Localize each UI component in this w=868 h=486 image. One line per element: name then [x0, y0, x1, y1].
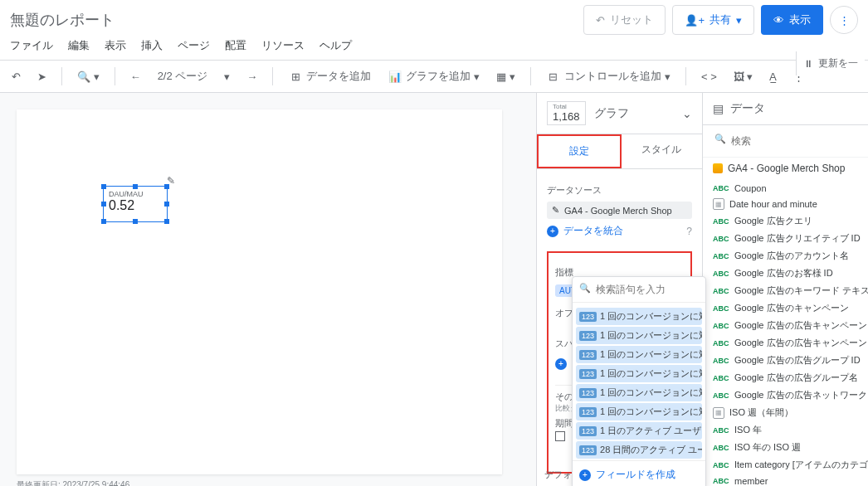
data-source-chip[interactable]: ✎GA4 - Google Merch Shop — [547, 202, 692, 219]
field-row[interactable]: ABCISO 年の ISO 週 — [703, 439, 868, 456]
text-button[interactable]: A̲ — [764, 67, 782, 86]
data-add-icon: ⊞ — [288, 69, 303, 84]
abc-badge: ABC — [713, 357, 729, 365]
page-indicator[interactable]: 2/2 ページ — [153, 66, 213, 87]
tab-settings[interactable]: 設定 — [537, 134, 622, 168]
menu-view[interactable]: 表示 — [105, 38, 126, 53]
field-row[interactable]: ABCmember — [703, 474, 868, 486]
field-row[interactable]: ABCGoogle 広告の広告ネットワーク タイ... — [703, 386, 868, 404]
abc-badge: ABC — [713, 235, 729, 243]
menu-edit[interactable]: 編集 — [68, 38, 90, 53]
help-icon[interactable]: ? — [686, 226, 692, 237]
analytics-icon — [713, 163, 723, 173]
type-badge-123: 123 — [579, 445, 597, 455]
field-row[interactable]: ABCGoogle 広告の広告キャンペーン タイプ — [703, 334, 868, 352]
chevron-down-icon: ▾ — [736, 14, 742, 27]
abc-badge: ABC — [713, 426, 729, 435]
plus-icon: + — [579, 469, 591, 481]
type-badge-123: 123 — [579, 369, 597, 379]
field-row[interactable]: ▦ISO 週（年間） — [703, 404, 868, 421]
pointer-button[interactable]: ➤ — [32, 67, 51, 86]
menu-file[interactable]: ファイル — [10, 38, 53, 53]
field-row[interactable]: ABCGoogle 広告クリエイティブ ID — [703, 230, 868, 247]
prev-page-button[interactable]: ← — [125, 67, 146, 86]
plus-icon: + — [547, 226, 558, 237]
add-control-button[interactable]: ⊟コントロールを追加 ▾ — [541, 66, 675, 87]
pause-icon: ⏸ — [803, 58, 813, 70]
metric-option[interactable]: 1231 回のコンバージョンに対... — [576, 346, 702, 363]
scorecard-selected[interactable]: ✎ DAU/MAU 0.52 — [103, 186, 168, 222]
abc-badge: ABC — [713, 391, 729, 400]
field-row[interactable]: ▦Date hour and minute — [703, 196, 868, 212]
field-row[interactable]: ABCGoogle 広告のキーワード テキスト — [703, 282, 868, 299]
type-badge-123: 123 — [579, 426, 597, 436]
pause-updates-button[interactable]: ⏸更新を一 — [796, 51, 865, 75]
total-count: Total 1,168 — [547, 101, 586, 125]
type-badge-123: 123 — [579, 312, 597, 322]
add-data-button[interactable]: ⊞データを追加 — [283, 66, 376, 87]
field-row[interactable]: ABCGoogle 広告の広告グループ ID — [703, 352, 868, 369]
field-row[interactable]: ABCGoogle 広告のキャンペーン — [703, 299, 868, 317]
type-badge-123: 123 — [579, 388, 597, 398]
menu-help[interactable]: ヘルプ — [319, 38, 352, 53]
community-viz-button[interactable]: ▦ ▾ — [491, 67, 520, 86]
data-source-row[interactable]: GA4 - Google Merch Shop — [703, 158, 868, 179]
menu-resource[interactable]: リソース — [261, 38, 305, 53]
type-badge-123: 123 — [579, 350, 597, 360]
image-button[interactable]: 🖼 ▾ — [729, 67, 758, 86]
abc-badge: ABC — [713, 304, 729, 313]
more-button[interactable]: ⋮ — [830, 6, 858, 34]
metric-option[interactable]: 1231 日のアクティブ ユーザー — [576, 422, 702, 440]
control-icon: ⊟ — [546, 69, 561, 84]
abc-badge: ABC — [713, 374, 729, 382]
field-row[interactable]: ABCGoogle 広告の広告キャンペーン ID — [703, 317, 868, 334]
view-button[interactable]: 👁表示 — [761, 5, 823, 35]
reset-button[interactable]: ↶リセット — [583, 5, 666, 35]
menu-page[interactable]: ページ — [178, 38, 210, 53]
zoom-button[interactable]: 🔍 ▾ — [72, 67, 105, 86]
next-page-button[interactable]: → — [241, 67, 262, 86]
undo-button[interactable]: ↶ — [7, 67, 26, 86]
data-source-label: データソース — [547, 184, 692, 197]
abc-badge: ABC — [713, 444, 729, 452]
add-chart-button[interactable]: 📊グラフを追加 ▾ — [383, 66, 485, 87]
field-row[interactable]: ABCISO 年 — [703, 421, 868, 439]
metric-option[interactable]: 1231 回のコンバージョンに対... — [576, 308, 702, 325]
metric-option[interactable]: 1231 回のコンバージョンに対... — [576, 384, 702, 401]
checkbox[interactable] — [555, 431, 565, 441]
field-row[interactable]: ABCGoogle 広告のお客様 ID — [703, 265, 868, 282]
share-button[interactable]: 👤+共有▾ — [672, 5, 754, 35]
abc-badge: ABC — [713, 287, 729, 295]
data-panel: ▤データ GA4 - Google Merch Shop ABCCoupon▦D… — [702, 93, 868, 486]
metric-option[interactable]: 1231 回のコンバージョンに対... — [576, 403, 702, 420]
canvas[interactable]: ✎ DAU/MAU 0.52 最終更新日: 2023/7/25 9:44:46 — [0, 93, 536, 486]
field-search-input[interactable] — [713, 132, 858, 150]
metric-option[interactable]: 12328 日間のアクティブ ユー... — [576, 441, 702, 459]
field-row[interactable]: ABCGoogle 広告クエリ — [703, 212, 868, 230]
blend-data-button[interactable]: +データを統合? — [547, 219, 692, 243]
field-row[interactable]: ABCCoupon — [703, 181, 868, 196]
metric-option[interactable]: 1231 回のコンバージョンに対... — [576, 365, 702, 382]
eye-icon: 👁 — [773, 14, 784, 27]
properties-panel: Total 1,168 グラフ⌄ 設定 スタイル データソース ✎GA4 - G… — [536, 93, 702, 486]
metric-search-input[interactable] — [573, 277, 705, 302]
menu-insert[interactable]: 挿入 — [141, 38, 163, 53]
abc-badge: ABC — [713, 184, 729, 192]
chart-type-dropdown[interactable]: グラフ⌄ — [594, 106, 692, 121]
plus-icon[interactable]: + — [555, 358, 567, 370]
scorecard-value: 0.52 — [109, 198, 162, 213]
report-title[interactable]: 無題のレポート — [10, 10, 583, 30]
abc-badge: ABC — [713, 322, 729, 330]
menu-arrange[interactable]: 配置 — [225, 38, 246, 53]
toolbar: ↶ ➤ 🔍 ▾ ← 2/2 ページ ▾ → ⊞データを追加 📊グラフを追加 ▾ … — [0, 60, 868, 93]
report-page[interactable]: ✎ DAU/MAU 0.52 — [17, 109, 502, 474]
field-row[interactable]: ABCItem category [アイテムのカテゴリ] — [703, 456, 868, 474]
create-field-button[interactable]: +フィールドを作成 — [573, 460, 705, 486]
abc-badge: ABC — [713, 270, 729, 278]
field-row[interactable]: ABCGoogle 広告の広告グループ名 — [703, 369, 868, 386]
tab-style[interactable]: スタイル — [622, 134, 703, 168]
embed-button[interactable]: < > — [696, 67, 722, 86]
field-row[interactable]: ABCGoogle 広告のアカウント名 — [703, 247, 868, 265]
abc-badge: ABC — [713, 252, 729, 260]
metric-option[interactable]: 1231 回のコンバージョンに対... — [576, 327, 702, 344]
